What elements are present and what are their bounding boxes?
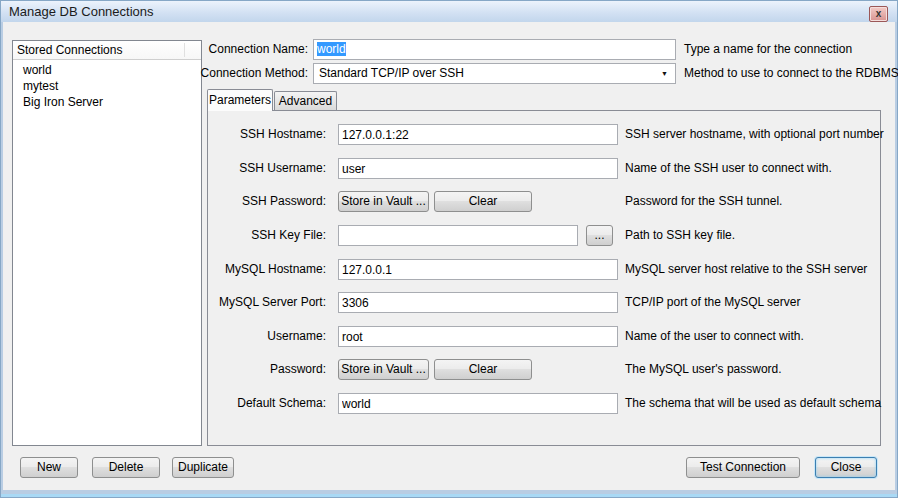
duplicate-button[interactable]: Duplicate bbox=[172, 457, 234, 478]
stored-connections-list: Stored Connections world mytest Big Iron… bbox=[12, 40, 202, 446]
ssh-username-input[interactable] bbox=[338, 158, 618, 179]
ssh-keyfile-label: SSH Key File: bbox=[208, 225, 326, 246]
mysql-hostname-label: MySQL Hostname: bbox=[208, 259, 326, 280]
mysql-hostname-hint: MySQL server host relative to the SSH se… bbox=[625, 259, 867, 280]
ssh-hostname-hint: SSH server hostname, with optional port … bbox=[625, 124, 884, 145]
username-hint: Name of the user to connect with. bbox=[625, 326, 804, 347]
tab-parameters[interactable]: Parameters bbox=[207, 89, 273, 111]
mysql-port-input[interactable] bbox=[338, 292, 618, 313]
connection-name-value: world bbox=[317, 42, 346, 56]
ssh-keyfile-input[interactable] bbox=[338, 225, 578, 246]
ssh-hostname-row: SSH Hostname: SSH server hostname, with … bbox=[208, 124, 880, 145]
connection-method-label: Connection Method: bbox=[160, 63, 308, 84]
connection-name-label: Connection Name: bbox=[160, 39, 308, 60]
window-bottom-edge bbox=[1, 494, 897, 497]
close-icon: x bbox=[876, 8, 882, 19]
dialog-body: Stored Connections world mytest Big Iron… bbox=[3, 22, 895, 490]
mysql-hostname-input[interactable] bbox=[338, 259, 618, 280]
parameters-tab-panel: SSH Hostname: SSH server hostname, with … bbox=[207, 110, 881, 446]
ssh-password-row: SSH Password: Store in Vault ... Clear P… bbox=[208, 191, 880, 212]
ssh-password-store-vault-button[interactable]: Store in Vault ... bbox=[338, 191, 429, 212]
mysql-port-row: MySQL Server Port: TCP/IP port of the My… bbox=[208, 292, 880, 313]
tab-advanced[interactable]: Advanced bbox=[274, 91, 337, 110]
connection-method-hint: Method to use to connect to the RDBMS bbox=[684, 63, 898, 84]
ssh-password-clear-button[interactable]: Clear bbox=[434, 191, 532, 212]
test-connection-button[interactable]: Test Connection bbox=[686, 457, 800, 478]
connection-method-select[interactable]: Standard TCP/IP over SSH ▼ bbox=[313, 63, 676, 84]
ssh-hostname-label: SSH Hostname: bbox=[208, 124, 326, 145]
connection-method-value: Standard TCP/IP over SSH bbox=[319, 66, 464, 80]
password-row: Password: Store in Vault ... Clear The M… bbox=[208, 359, 880, 380]
username-row: Username: Name of the user to connect wi… bbox=[208, 326, 880, 347]
chevron-down-icon: ▼ bbox=[661, 64, 668, 83]
mysql-port-label: MySQL Server Port: bbox=[208, 292, 326, 313]
ssh-username-row: SSH Username: Name of the SSH user to co… bbox=[208, 158, 880, 179]
password-clear-button[interactable]: Clear bbox=[434, 359, 532, 380]
password-hint: The MySQL user's password. bbox=[625, 359, 782, 380]
window-close-button[interactable]: x bbox=[869, 6, 888, 22]
ssh-keyfile-hint: Path to SSH key file. bbox=[625, 225, 735, 246]
titlebar[interactable]: Manage DB Connections x bbox=[1, 1, 897, 22]
ssh-password-label: SSH Password: bbox=[208, 191, 326, 212]
delete-button[interactable]: Delete bbox=[92, 457, 160, 478]
window-title: Manage DB Connections bbox=[9, 1, 154, 22]
mysql-hostname-row: MySQL Hostname: MySQL server host relati… bbox=[208, 259, 880, 280]
new-button[interactable]: New bbox=[20, 457, 78, 478]
connection-name-input[interactable]: world bbox=[313, 39, 676, 60]
default-schema-row: Default Schema: The schema that will be … bbox=[208, 393, 880, 414]
ssh-password-hint: Password for the SSH tunnel. bbox=[625, 191, 782, 212]
password-store-vault-button[interactable]: Store in Vault ... bbox=[338, 359, 429, 380]
default-schema-hint: The schema that will be used as default … bbox=[625, 393, 881, 414]
manage-db-connections-window: Manage DB Connections x Stored Connectio… bbox=[0, 0, 898, 498]
list-item-big-iron-server[interactable]: Big Iron Server bbox=[13, 94, 201, 110]
username-label: Username: bbox=[208, 326, 326, 347]
ssh-hostname-input[interactable] bbox=[338, 124, 618, 145]
password-label: Password: bbox=[208, 359, 326, 380]
default-schema-label: Default Schema: bbox=[208, 393, 326, 414]
ssh-username-label: SSH Username: bbox=[208, 158, 326, 179]
ssh-username-hint: Name of the SSH user to connect with. bbox=[625, 158, 832, 179]
close-button[interactable]: Close bbox=[815, 457, 877, 478]
username-input[interactable] bbox=[338, 326, 618, 347]
connection-name-hint: Type a name for the connection bbox=[684, 39, 852, 60]
ssh-keyfile-browse-button[interactable]: ... bbox=[586, 225, 613, 246]
stored-connections-header-label: Stored Connections bbox=[17, 43, 122, 57]
default-schema-input[interactable] bbox=[338, 393, 618, 414]
mysql-port-hint: TCP/IP port of the MySQL server bbox=[625, 292, 800, 313]
ssh-keyfile-row: SSH Key File: ... Path to SSH key file. bbox=[208, 225, 880, 246]
